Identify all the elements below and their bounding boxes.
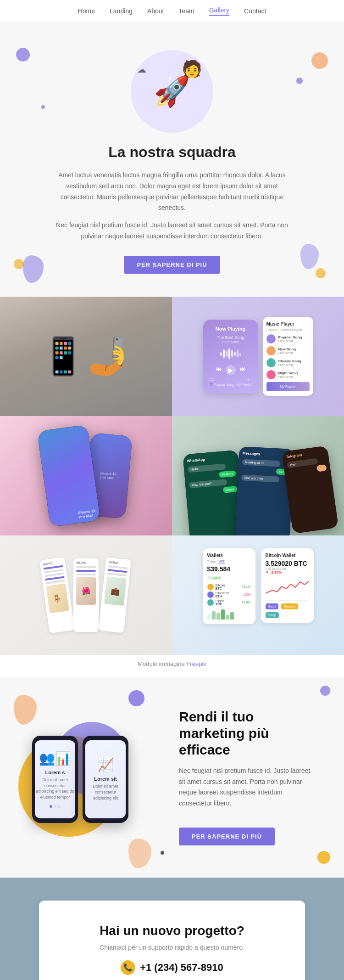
- wallet-item-bitcoin: BitcoinBTC +2.1%: [207, 584, 251, 590]
- phone-1-screen: 👥📊 Lorem s Dolor sit amet consectetur ad…: [35, 740, 75, 818]
- song-item-4: Night SongFree Artist: [266, 370, 310, 379]
- eth-text: EthereumETH: [216, 591, 229, 598]
- song-detail-1: Free Artist: [278, 339, 302, 343]
- dot-1: [50, 805, 52, 808]
- btc-wallet-title: Bitcoin Wallet: [266, 553, 309, 558]
- navigation: Home Landing About Team Gallery Contact: [0, 0, 344, 23]
- marketing-description: Nec feugiat nisl pretium fusce id. Justo…: [179, 766, 316, 809]
- dot-3: [58, 805, 61, 808]
- card-image-3: 💼: [104, 576, 127, 606]
- nft-tab: NFT: [218, 560, 225, 563]
- chat-msg-8: Hey!: [287, 458, 318, 468]
- chart-bar-6: [230, 612, 234, 620]
- marketing-section: 👥📊 Lorem s Dolor sit amet consectetur ad…: [0, 676, 344, 878]
- gallery-item-6: Wallets Token NFT $39.584 +3.44% Bitcoin…: [172, 535, 344, 655]
- phone-1-sublabel: Dolor sit amet consectetur adipiscing el…: [35, 777, 75, 800]
- caption-link[interactable]: Freepik: [186, 660, 206, 667]
- dot-2: [54, 805, 56, 808]
- btc-label: ≈ $175,432.00: [266, 567, 309, 570]
- svg-rect-7: [239, 353, 241, 356]
- song-detail-4: Free Artist: [278, 375, 298, 378]
- marketing-right-panel: Rendi il tuo marketing più efficace Nec …: [179, 709, 316, 845]
- svg-rect-1: [223, 349, 225, 358]
- iphone-back-label: iPhone 12Pro Max: [100, 472, 116, 480]
- contact-subtitle: Chiamaci per un supporto rapido a questo…: [57, 944, 287, 951]
- my-playlist-label: 🎵 Popular Song | My Playlist: [208, 383, 254, 387]
- phone-2-label: Lorem sit: [94, 776, 117, 782]
- btc-change: ▼ -2.34%: [266, 570, 309, 574]
- gallery-grid: 📱🤳 Now Playing The Best Song Free Artist: [0, 297, 344, 655]
- music-player-card: Now Playing The Best Song Free Artist: [203, 320, 258, 393]
- blob-purple-bl: [23, 255, 44, 283]
- svg-rect-2: [226, 351, 227, 356]
- marketing-blob-orange-tl: [14, 695, 37, 725]
- chart-bar-5: [226, 615, 229, 620]
- time-current: 0:22: [208, 378, 214, 381]
- nav-contact[interactable]: Contact: [244, 7, 266, 15]
- eth-change: -1.3%: [242, 593, 250, 596]
- marketing-left-panel: 👥📊 Lorem s Dolor sit amet consectetur ad…: [28, 727, 156, 828]
- gallery-item-5: WORK 🪑 WORK 🌺 WORK: [0, 535, 172, 655]
- recent-tab: Recent Played: [281, 328, 302, 332]
- song-name: The Best Song: [208, 335, 254, 340]
- contact-phone-line: 📞 +1 (234) 567-8910: [57, 960, 287, 975]
- wallets-card: Wallets Token NFT $39.584 +3.44% Bitcoin…: [203, 548, 255, 624]
- phone-1-label: Lorem s: [45, 770, 65, 775]
- marketing-blob-purple-tl: [128, 690, 144, 706]
- rocket-icon: 🚀: [154, 74, 190, 109]
- card-image-1: 🪑: [46, 583, 69, 613]
- divider: [266, 600, 309, 601]
- phone-2-icon: 📈: [98, 757, 114, 772]
- time-total: 3:44: [247, 378, 254, 381]
- marketing-cta-button[interactable]: PER SAPERNE DI PIÙ: [179, 828, 275, 845]
- marketing-blob-orange-bl: [128, 839, 151, 868]
- mockup-card-2: WORK 🌺: [73, 558, 99, 632]
- xrp-dot: [207, 599, 214, 606]
- popular-tab: Popular: [266, 328, 277, 332]
- svg-rect-0: [220, 352, 222, 356]
- wallets-title: Wallets: [207, 553, 251, 558]
- song-dot-2: [266, 346, 276, 355]
- gallery-item-2: Now Playing The Best Song Free Artist: [172, 297, 344, 416]
- bar-8: [76, 574, 96, 575]
- nav-gallery[interactable]: Gallery: [209, 6, 229, 16]
- blob-purple-br: [300, 244, 319, 269]
- song-name-1: Popular Song: [278, 335, 302, 339]
- nav-about[interactable]: About: [147, 7, 164, 15]
- contact-title: Hai un nuovo progetto?: [57, 924, 287, 938]
- wallet-item-eth: EthereumETH -1.3%: [207, 591, 251, 598]
- phone-1-dots: [50, 805, 61, 808]
- mockup-card-3: WORK 💼: [99, 557, 131, 633]
- song-item-3: Classic SongFree Artist: [266, 358, 310, 367]
- nav-team[interactable]: Team: [178, 7, 194, 15]
- contact-card: Hai un nuovo progetto? Chiamaci per un s…: [39, 901, 305, 980]
- marketing-blob-yellow-br: [317, 851, 330, 864]
- blob-purple-tr: [296, 78, 303, 84]
- swap-btn: Swap: [266, 612, 279, 618]
- song-item-2: New SongFree Artist: [266, 346, 310, 355]
- nav-landing[interactable]: Landing: [110, 7, 133, 15]
- phone-icon: 📞: [121, 960, 135, 975]
- chat-msg-9: 👋: [316, 464, 327, 472]
- chart-bar-2: [212, 611, 216, 620]
- playlist-bar: My Playlist: [266, 382, 310, 391]
- song-item-1: Popular SongFree Artist: [266, 334, 310, 344]
- hero-illustration: 🚀 🧑 ☁: [131, 50, 213, 133]
- person-icon: 🧑: [182, 59, 202, 79]
- nav-home[interactable]: Home: [78, 7, 95, 15]
- chat-msg-2: Hi there: [219, 470, 236, 478]
- bitcoin-change: +2.1%: [241, 585, 250, 588]
- bar-7: [76, 570, 96, 572]
- prev-icon: ⏮: [216, 365, 222, 375]
- chat-header-3: Telegram: [286, 450, 324, 459]
- bitcoin-dot: [207, 584, 214, 590]
- gallery-section: 📱🤳 Now Playing The Best Song Free Artist: [0, 297, 344, 676]
- hero-cta-button[interactable]: PER SAPERNE DI PIÙ: [124, 256, 220, 274]
- blob-yellow-br: [316, 268, 326, 278]
- chat-msg-7: See you then: [241, 474, 279, 482]
- song-detail-2: Free Artist: [278, 351, 296, 355]
- bitcoin-wallet-card: Bitcoin Wallet 3.529020 BTC ≈ $175,432.0…: [261, 548, 314, 623]
- card-tag-2: WORK: [76, 561, 96, 564]
- send-btn: Send: [266, 603, 278, 609]
- chart-bar-3: [216, 613, 220, 620]
